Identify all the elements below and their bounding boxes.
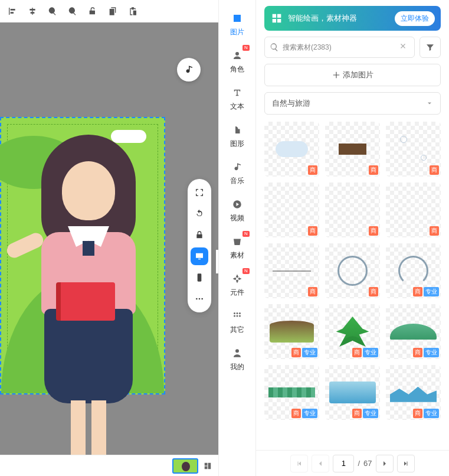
asset-grid: 商商商商商商商商商专业商专业商专业商专业商专业商专业商专业 [256,122,449,450]
plus-icon [332,71,340,79]
top-toolbar [0,0,218,22]
asset-tags: 商专业 [291,409,317,418]
new-badge: N [242,231,250,237]
fullscreen-button[interactable] [191,184,208,201]
category-video[interactable]: 视频 [219,192,255,228]
page-thumbnail[interactable] [172,458,198,474]
pagination: / 67 [256,450,449,476]
align-left-button[interactable] [4,2,21,20]
last-page-button[interactable] [397,455,415,472]
zoom-out-button[interactable] [64,2,81,20]
bottom-bar [0,455,218,476]
floating-toolbar [188,179,211,312]
asset-tags: 商专业 [352,409,378,418]
mine-icon [231,347,244,360]
category-label: 角色 [230,64,244,74]
image-icon [231,12,244,25]
layout-toggle-button[interactable] [202,460,214,472]
page-sep: / [358,459,360,468]
paste-button[interactable] [124,2,142,20]
category-shape[interactable]: 图形 [219,118,255,154]
category-material[interactable]: N素材 [219,229,255,265]
role-icon [231,49,244,62]
asset-thumbnail[interactable]: 商 [264,182,319,237]
svg-point-10 [239,315,241,317]
asset-tags: 商专业 [352,348,378,357]
category-dropdown[interactable]: 自然与旅游 [264,92,441,115]
text-icon [231,86,244,99]
asset-thumbnail[interactable]: 商 [264,243,319,298]
svg-rect-0 [198,273,202,281]
svg-point-2 [199,298,201,300]
unlock-button[interactable] [84,2,101,20]
mobile-button[interactable] [191,269,208,286]
page-input[interactable] [333,455,354,472]
asset-tags: 商专业 [291,348,317,357]
asset-thumbnail[interactable]: 商 [386,122,441,177]
expand-toolbar-button[interactable] [216,250,218,273]
asset-thumbnail[interactable]: 商 [386,182,441,237]
category-music[interactable]: 音乐 [219,155,255,191]
search-input[interactable]: 搜索素材(2383) [264,37,415,58]
lock-button[interactable] [191,226,208,244]
character-girl[interactable] [24,135,153,455]
svg-point-6 [237,312,238,314]
zoom-in-button[interactable] [44,2,61,20]
asset-thumbnail[interactable]: 商专业 [386,243,441,298]
page-total: 67 [363,459,372,468]
asset-tags: 商专业 [413,348,439,357]
category-text[interactable]: 文本 [219,80,255,116]
asset-thumbnail[interactable]: 商专业 [325,365,380,420]
svg-point-9 [237,315,238,317]
component-icon [231,272,244,285]
copy-button[interactable] [104,2,122,20]
svg-point-5 [234,312,235,314]
material-icon [231,235,244,248]
asset-tags: 商 [369,226,378,236]
asset-tags: 商 [308,165,317,175]
next-page-button[interactable] [376,455,394,472]
category-image[interactable]: 图片 [219,6,255,42]
asset-thumbnail[interactable]: 商 [264,122,319,177]
new-badge: N [242,45,250,51]
category-other[interactable]: 其它 [219,304,255,340]
more-button[interactable] [191,290,208,308]
category-role[interactable]: N角色 [219,43,255,79]
rotate-button[interactable] [191,205,208,223]
prev-page-button[interactable] [312,455,329,472]
asset-thumbnail[interactable]: 商专业 [264,304,319,359]
category-nav: 图片N角色文本图形音乐视频N素材N元件其它我的 [218,0,256,476]
category-component[interactable]: N元件 [219,266,255,302]
align-center-button[interactable] [24,2,41,20]
asset-thumbnail[interactable]: 商专业 [386,304,441,359]
search-placeholder: 搜索素材(2383) [283,43,399,53]
add-image-button[interactable]: 添加图片 [264,64,441,86]
filter-button[interactable] [419,37,441,58]
asset-thumbnail[interactable]: 商 [325,243,380,298]
display-button[interactable] [191,247,208,265]
chevron-down-icon [426,100,433,107]
shape-icon [231,123,244,136]
asset-thumbnail[interactable]: 商 [325,122,380,177]
new-badge: N [242,268,250,274]
asset-tags: 商 [308,226,317,236]
canvas-viewport[interactable] [0,22,218,455]
first-page-button[interactable] [290,455,308,472]
music-button[interactable] [177,58,201,81]
asset-tags: 商专业 [413,287,439,296]
clear-search-button[interactable] [399,42,409,53]
other-icon [231,309,244,322]
promo-banner[interactable]: 智能绘画，素材神器 立即体验 [264,6,441,31]
asset-tags: 商 [369,287,378,296]
asset-thumbnail[interactable]: 商专业 [386,365,441,420]
asset-thumbnail[interactable]: 商 [325,182,380,237]
category-mine[interactable]: 我的 [219,341,255,377]
asset-thumbnail[interactable]: 商专业 [325,304,380,359]
asset-tags: 商专业 [413,409,439,418]
category-label: 图片 [230,27,244,37]
svg-point-8 [234,315,235,317]
promo-cta-button[interactable]: 立即体验 [395,11,435,26]
asset-thumbnail[interactable]: 商专业 [264,365,319,420]
asset-tags: 商 [308,287,317,296]
category-label: 文本 [230,102,244,112]
